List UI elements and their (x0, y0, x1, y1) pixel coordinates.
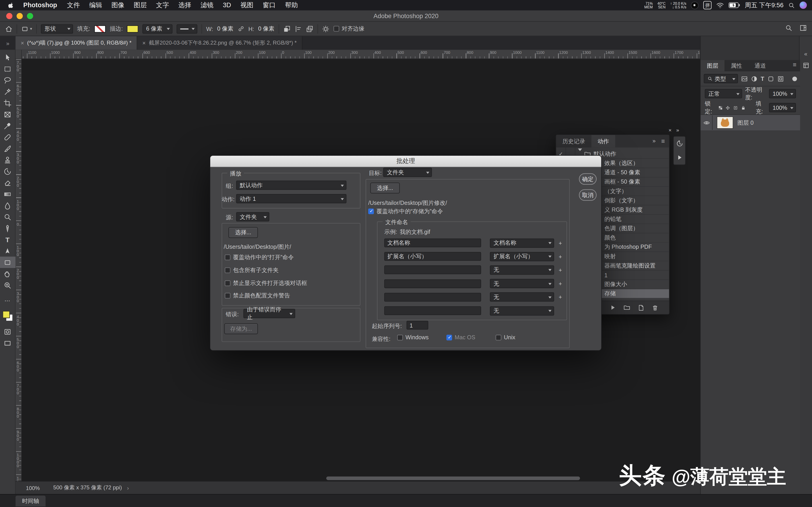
add-token-button[interactable]: + (557, 280, 563, 287)
stroke-style-select[interactable] (177, 24, 197, 33)
naming-text-input[interactable] (384, 266, 481, 274)
gear-icon[interactable] (322, 25, 329, 33)
menu-item[interactable]: 文件 (62, 1, 85, 9)
menu-item[interactable]: 文字 (151, 1, 173, 9)
collapsed-panel-icon[interactable] (800, 57, 812, 69)
naming-token-select[interactable]: 扩展名（小写） (490, 252, 554, 261)
naming-text-input[interactable] (384, 293, 481, 301)
naming-text-input[interactable]: 文档名称 (384, 238, 481, 247)
naming-text-input[interactable]: 扩展名（小写） (384, 252, 481, 261)
type-tool[interactable]: T (0, 234, 15, 245)
actions-panel-icon[interactable] (674, 151, 685, 165)
panel-menu-icon[interactable]: ≡ (661, 137, 665, 145)
app-menu[interactable]: Photoshop (18, 2, 62, 9)
menu-item[interactable]: 3D (218, 2, 236, 9)
spotlight-icon[interactable] (788, 2, 795, 9)
layer-visibility-toggle[interactable] (701, 115, 713, 130)
home-icon[interactable] (5, 25, 12, 33)
checkbox[interactable] (397, 335, 403, 340)
layer-row[interactable]: 图层 0 (701, 115, 800, 130)
network-status[interactable]: ↑ 20.0 K/s↓ 0.5 K/s (670, 1, 686, 9)
naming-token-select[interactable]: 无 (490, 306, 554, 315)
align-edges-option[interactable]: 对齐边缘 (333, 25, 364, 33)
clone-stamp-tool[interactable] (0, 154, 15, 165)
menu-item[interactable]: 视图 (236, 1, 258, 9)
panel-tab[interactable]: 属性 (724, 60, 748, 71)
tool-preset-picker[interactable]: ▾ (21, 25, 32, 33)
wifi-icon[interactable] (716, 1, 724, 9)
play-action-icon[interactable] (610, 305, 616, 310)
source-choose-button[interactable]: 选择... (229, 227, 258, 238)
error-select[interactable]: 由于错误而停止 (243, 309, 295, 318)
lock-all-icon[interactable] (741, 105, 745, 110)
menu-item[interactable]: 编辑 (85, 1, 107, 9)
pen-tool[interactable] (0, 223, 15, 234)
lock-pixels-icon[interactable] (726, 105, 730, 110)
status-app-icon[interactable] (691, 1, 699, 9)
add-token-button[interactable]: + (557, 240, 563, 246)
memory-status[interactable]: 71%MEM (644, 1, 653, 9)
lasso-tool[interactable] (0, 74, 15, 86)
tab-close-icon[interactable]: × (142, 40, 146, 46)
blend-mode-select[interactable]: 正常 (705, 89, 742, 98)
move-tool[interactable] (0, 52, 15, 63)
color-swatches[interactable] (2, 310, 13, 322)
menu-item[interactable]: 滤镜 (196, 1, 218, 9)
edit-toolbar-button[interactable]: ⋯ (0, 295, 15, 306)
frame-tool[interactable] (0, 109, 15, 120)
opacity-select[interactable]: 100% (769, 89, 796, 98)
fill-swatch[interactable] (94, 25, 106, 33)
path-operations-icon[interactable] (283, 25, 291, 33)
healing-brush-tool[interactable] (0, 131, 15, 143)
blur-tool[interactable] (0, 200, 15, 211)
serial-input[interactable]: 1 (406, 321, 428, 330)
workspace-icon[interactable] (800, 24, 807, 32)
temperature-status[interactable]: 40°CSEN (657, 1, 666, 9)
checkbox[interactable] (225, 280, 231, 286)
fill-select[interactable]: 100% (769, 103, 796, 112)
naming-text-input[interactable] (384, 279, 481, 288)
history-brush-tool[interactable] (0, 165, 15, 177)
destination-select[interactable]: 文件夹 (383, 168, 432, 177)
source-select[interactable]: 文件夹 (236, 212, 269, 221)
path-selection-tool[interactable] (0, 245, 15, 257)
panel-tab[interactable]: 图层 (701, 60, 724, 71)
stroke-swatch[interactable] (127, 25, 138, 33)
filter-shape-icon[interactable] (767, 75, 774, 82)
checkbox[interactable] (496, 335, 501, 340)
lock-position-icon[interactable] (733, 105, 738, 110)
stroke-width-select[interactable]: 6 像素 (143, 24, 173, 33)
menu-item[interactable]: 图层 (129, 1, 151, 9)
checkbox[interactable] (446, 335, 452, 340)
timeline-tab[interactable]: 时间轴 (16, 496, 46, 507)
add-token-button[interactable]: + (557, 253, 563, 260)
brush-tool[interactable] (0, 143, 15, 154)
filter-pixel-icon[interactable] (741, 75, 748, 82)
width-value[interactable]: 0 像素 (217, 25, 233, 33)
panel-menu-icon[interactable]: ≡ (793, 61, 796, 68)
cancel-button[interactable]: 取消 (579, 189, 597, 201)
checkbox[interactable] (225, 293, 231, 299)
menubar-clock[interactable]: 周五 下午9:56 (745, 1, 784, 9)
menu-item[interactable]: 帮助 (280, 1, 302, 9)
horizontal-scrollbar[interactable] (326, 476, 580, 480)
panel-close-icon[interactable]: × (669, 127, 671, 133)
collapse-dock-icon[interactable]: « (800, 36, 812, 57)
destination-choose-button[interactable]: 选择... (370, 183, 400, 193)
eyedropper-tool[interactable] (0, 120, 15, 131)
naming-token-select[interactable]: 无 (490, 292, 554, 302)
search-icon[interactable] (785, 24, 792, 32)
menu-item[interactable]: 图像 (107, 1, 129, 9)
crop-tool[interactable] (0, 97, 15, 109)
input-method-icon[interactable]: 拼 (704, 1, 712, 9)
panel-collapse-icon[interactable]: » (653, 137, 656, 144)
panel-collapse-icon[interactable]: » (676, 127, 679, 133)
layer-name[interactable]: 图层 0 (738, 119, 754, 126)
new-action-icon[interactable] (638, 304, 644, 311)
height-value[interactable]: 0 像素 (258, 25, 274, 33)
naming-text-input[interactable] (384, 306, 481, 315)
new-set-folder-icon[interactable] (623, 304, 630, 311)
history-panel-icon[interactable] (674, 136, 685, 151)
status-chevron-icon[interactable]: › (127, 485, 129, 491)
link-dimensions-icon[interactable] (238, 25, 244, 32)
